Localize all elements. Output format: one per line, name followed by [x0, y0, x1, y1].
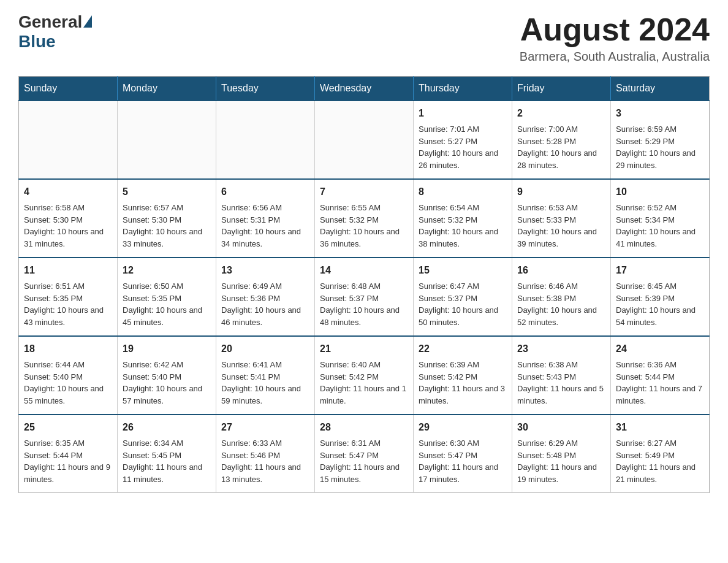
- day-cell: 25Sunrise: 6:35 AM Sunset: 5:44 PM Dayli…: [19, 415, 118, 493]
- day-info: Sunrise: 6:58 AM Sunset: 5:30 PM Dayligh…: [24, 202, 112, 250]
- day-cell: 31Sunrise: 6:27 AM Sunset: 5:49 PM Dayli…: [611, 415, 710, 493]
- day-info: Sunrise: 6:34 AM Sunset: 5:45 PM Dayligh…: [123, 437, 211, 485]
- day-number: 31: [616, 420, 704, 435]
- week-row-1: 1Sunrise: 7:01 AM Sunset: 5:27 PM Daylig…: [19, 101, 710, 179]
- title-block: August 2024 Barmera, South Australia, Au…: [520, 12, 710, 64]
- day-info: Sunrise: 6:49 AM Sunset: 5:36 PM Dayligh…: [221, 280, 309, 328]
- day-cell: 28Sunrise: 6:31 AM Sunset: 5:47 PM Dayli…: [315, 415, 414, 493]
- day-info: Sunrise: 6:52 AM Sunset: 5:34 PM Dayligh…: [616, 202, 704, 250]
- day-info: Sunrise: 6:38 AM Sunset: 5:43 PM Dayligh…: [517, 359, 605, 407]
- day-cell: 22Sunrise: 6:39 AM Sunset: 5:42 PM Dayli…: [414, 336, 512, 415]
- day-number: 30: [517, 420, 605, 435]
- day-info: Sunrise: 7:01 AM Sunset: 5:27 PM Dayligh…: [419, 123, 507, 171]
- day-number: 21: [320, 342, 408, 356]
- day-cell: 15Sunrise: 6:47 AM Sunset: 5:37 PM Dayli…: [414, 258, 512, 336]
- day-info: Sunrise: 6:33 AM Sunset: 5:46 PM Dayligh…: [221, 437, 309, 485]
- day-cell: [216, 101, 315, 179]
- day-number: 2: [517, 106, 605, 121]
- col-header-wednesday: Wednesday: [315, 77, 414, 101]
- day-number: 4: [24, 185, 112, 199]
- day-number: 3: [616, 106, 704, 121]
- day-cell: 17Sunrise: 6:45 AM Sunset: 5:39 PM Dayli…: [611, 258, 710, 336]
- day-cell: 12Sunrise: 6:50 AM Sunset: 5:35 PM Dayli…: [118, 258, 216, 336]
- day-info: Sunrise: 6:31 AM Sunset: 5:47 PM Dayligh…: [320, 437, 408, 485]
- day-number: 18: [24, 342, 112, 356]
- logo-triangle-icon: [83, 15, 92, 28]
- day-number: 16: [517, 263, 605, 278]
- day-cell: 7Sunrise: 6:55 AM Sunset: 5:32 PM Daylig…: [315, 179, 414, 258]
- day-cell: 11Sunrise: 6:51 AM Sunset: 5:35 PM Dayli…: [19, 258, 118, 336]
- day-info: Sunrise: 6:30 AM Sunset: 5:47 PM Dayligh…: [419, 437, 507, 485]
- day-number: 29: [419, 420, 507, 435]
- day-info: Sunrise: 6:42 AM Sunset: 5:40 PM Dayligh…: [123, 359, 211, 407]
- day-info: Sunrise: 6:45 AM Sunset: 5:39 PM Dayligh…: [616, 280, 704, 328]
- day-number: 13: [221, 263, 309, 278]
- logo-blue: Blue: [18, 32, 56, 51]
- day-cell: 24Sunrise: 6:36 AM Sunset: 5:44 PM Dayli…: [611, 336, 710, 415]
- day-number: 14: [320, 263, 408, 278]
- week-row-2: 4Sunrise: 6:58 AM Sunset: 5:30 PM Daylig…: [19, 179, 710, 258]
- day-info: Sunrise: 6:48 AM Sunset: 5:37 PM Dayligh…: [320, 280, 408, 328]
- day-number: 25: [24, 420, 112, 435]
- day-info: Sunrise: 6:47 AM Sunset: 5:37 PM Dayligh…: [419, 280, 507, 328]
- day-info: Sunrise: 6:41 AM Sunset: 5:41 PM Dayligh…: [221, 359, 309, 407]
- day-cell: 19Sunrise: 6:42 AM Sunset: 5:40 PM Dayli…: [118, 336, 216, 415]
- day-info: Sunrise: 6:40 AM Sunset: 5:42 PM Dayligh…: [320, 359, 408, 407]
- col-header-thursday: Thursday: [414, 77, 512, 101]
- col-header-saturday: Saturday: [611, 77, 710, 101]
- day-number: 19: [123, 342, 211, 356]
- day-cell: 20Sunrise: 6:41 AM Sunset: 5:41 PM Dayli…: [216, 336, 315, 415]
- week-row-3: 11Sunrise: 6:51 AM Sunset: 5:35 PM Dayli…: [19, 258, 710, 336]
- day-number: 12: [123, 263, 211, 278]
- day-cell: 29Sunrise: 6:30 AM Sunset: 5:47 PM Dayli…: [414, 415, 512, 493]
- location: Barmera, South Australia, Australia: [520, 50, 710, 64]
- day-cell: 21Sunrise: 6:40 AM Sunset: 5:42 PM Dayli…: [315, 336, 414, 415]
- day-cell: 2Sunrise: 7:00 AM Sunset: 5:28 PM Daylig…: [512, 101, 611, 179]
- day-info: Sunrise: 6:57 AM Sunset: 5:30 PM Dayligh…: [123, 202, 211, 250]
- day-number: 20: [221, 342, 309, 356]
- day-info: Sunrise: 6:36 AM Sunset: 5:44 PM Dayligh…: [616, 359, 704, 407]
- day-cell: 26Sunrise: 6:34 AM Sunset: 5:45 PM Dayli…: [118, 415, 216, 493]
- day-info: Sunrise: 6:50 AM Sunset: 5:35 PM Dayligh…: [123, 280, 211, 328]
- day-cell: 27Sunrise: 6:33 AM Sunset: 5:46 PM Dayli…: [216, 415, 315, 493]
- day-info: Sunrise: 6:59 AM Sunset: 5:29 PM Dayligh…: [616, 123, 704, 171]
- day-info: Sunrise: 6:39 AM Sunset: 5:42 PM Dayligh…: [419, 359, 507, 407]
- day-number: 5: [123, 185, 211, 199]
- day-number: 8: [419, 185, 507, 199]
- day-cell: [315, 101, 414, 179]
- week-row-5: 25Sunrise: 6:35 AM Sunset: 5:44 PM Dayli…: [19, 415, 710, 493]
- day-number: 1: [419, 106, 507, 121]
- day-number: 24: [616, 342, 704, 356]
- day-info: Sunrise: 6:53 AM Sunset: 5:33 PM Dayligh…: [517, 202, 605, 250]
- day-cell: 16Sunrise: 6:46 AM Sunset: 5:38 PM Dayli…: [512, 258, 611, 336]
- logo-general: General: [18, 12, 82, 32]
- day-number: 22: [419, 342, 507, 356]
- day-number: 28: [320, 420, 408, 435]
- day-cell: 5Sunrise: 6:57 AM Sunset: 5:30 PM Daylig…: [118, 179, 216, 258]
- day-number: 7: [320, 185, 408, 199]
- day-info: Sunrise: 6:54 AM Sunset: 5:32 PM Dayligh…: [419, 202, 507, 250]
- week-row-4: 18Sunrise: 6:44 AM Sunset: 5:40 PM Dayli…: [19, 336, 710, 415]
- day-number: 23: [517, 342, 605, 356]
- day-cell: 8Sunrise: 6:54 AM Sunset: 5:32 PM Daylig…: [414, 179, 512, 258]
- day-cell: 1Sunrise: 7:01 AM Sunset: 5:27 PM Daylig…: [414, 101, 512, 179]
- day-info: Sunrise: 6:29 AM Sunset: 5:48 PM Dayligh…: [517, 437, 605, 485]
- col-header-monday: Monday: [118, 77, 216, 101]
- day-number: 17: [616, 263, 704, 278]
- day-number: 9: [517, 185, 605, 199]
- day-info: Sunrise: 6:51 AM Sunset: 5:35 PM Dayligh…: [24, 280, 112, 328]
- day-cell: 14Sunrise: 6:48 AM Sunset: 5:37 PM Dayli…: [315, 258, 414, 336]
- day-number: 15: [419, 263, 507, 278]
- page-header: General Blue August 2024 Barmera, South …: [18, 12, 710, 64]
- day-cell: 30Sunrise: 6:29 AM Sunset: 5:48 PM Dayli…: [512, 415, 611, 493]
- day-info: Sunrise: 6:46 AM Sunset: 5:38 PM Dayligh…: [517, 280, 605, 328]
- day-cell: 9Sunrise: 6:53 AM Sunset: 5:33 PM Daylig…: [512, 179, 611, 258]
- month-title: August 2024: [520, 12, 710, 47]
- day-number: 11: [24, 263, 112, 278]
- col-header-sunday: Sunday: [19, 77, 118, 101]
- day-info: Sunrise: 6:27 AM Sunset: 5:49 PM Dayligh…: [616, 437, 704, 485]
- day-cell: 3Sunrise: 6:59 AM Sunset: 5:29 PM Daylig…: [611, 101, 710, 179]
- calendar-table: SundayMondayTuesdayWednesdayThursdayFrid…: [18, 76, 710, 493]
- day-cell: 6Sunrise: 6:56 AM Sunset: 5:31 PM Daylig…: [216, 179, 315, 258]
- day-cell: [19, 101, 118, 179]
